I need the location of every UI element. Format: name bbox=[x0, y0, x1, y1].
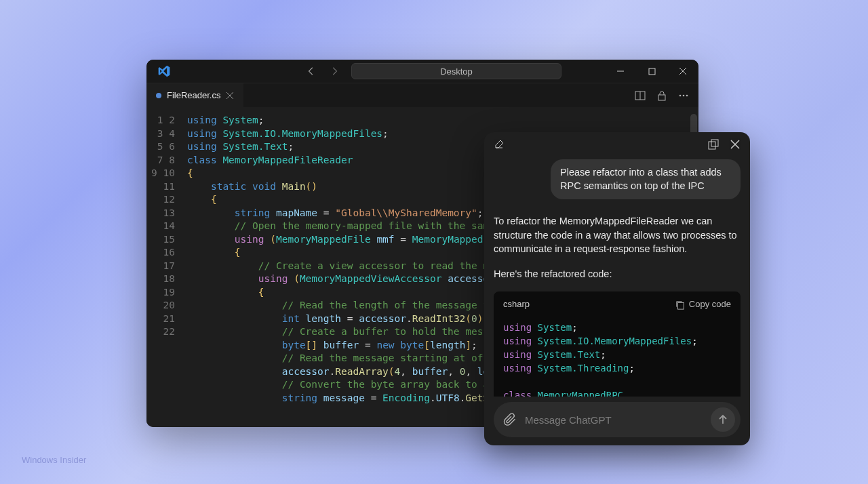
vscode-icon bbox=[157, 64, 171, 78]
svg-rect-7 bbox=[711, 140, 718, 146]
compose-icon[interactable] bbox=[494, 139, 505, 150]
window-close[interactable] bbox=[667, 60, 698, 83]
chat-input-bar bbox=[494, 402, 741, 437]
assistant-message: To refactor the MemoryMappedFileReader w… bbox=[494, 214, 741, 397]
svg-point-5 bbox=[686, 94, 688, 96]
nav-back-icon[interactable] bbox=[307, 66, 316, 76]
window-minimize[interactable] bbox=[605, 60, 636, 83]
code-block: csharp Copy code using System; using Sys… bbox=[494, 291, 741, 397]
assistant-paragraph: To refactor the MemoryMappedFileReader w… bbox=[494, 214, 741, 256]
file-type-icon bbox=[156, 93, 161, 98]
attachment-icon[interactable] bbox=[503, 413, 517, 426]
titlebar: Desktop bbox=[146, 60, 698, 83]
lock-icon[interactable] bbox=[656, 90, 667, 101]
tab-bar: FileReader.cs bbox=[146, 83, 698, 107]
titlebar-search[interactable]: Desktop bbox=[351, 63, 561, 79]
chat-body: Please refactor into a class that adds R… bbox=[484, 157, 750, 397]
chat-header bbox=[484, 132, 750, 157]
chat-input[interactable] bbox=[525, 414, 703, 426]
assistant-paragraph: Here's the refactored code: bbox=[494, 267, 741, 281]
tab-filereader[interactable]: FileReader.cs bbox=[146, 83, 243, 107]
svg-rect-2 bbox=[658, 95, 665, 100]
code-block-content: using System; using System.IO.MemoryMapp… bbox=[494, 318, 741, 397]
more-icon[interactable] bbox=[678, 90, 689, 101]
copy-code-button[interactable]: Copy code bbox=[675, 298, 731, 310]
tab-label: FileReader.cs bbox=[167, 90, 220, 100]
svg-rect-6 bbox=[709, 142, 715, 149]
code-language: csharp bbox=[503, 298, 530, 310]
copy-code-label: Copy code bbox=[689, 298, 731, 310]
tab-bar-actions bbox=[635, 83, 698, 107]
user-message: Please refactor into a class that adds R… bbox=[551, 159, 741, 199]
send-button[interactable] bbox=[711, 407, 735, 432]
svg-point-3 bbox=[679, 94, 682, 96]
svg-point-4 bbox=[683, 94, 685, 96]
chat-panel: Please refactor into a class that adds R… bbox=[484, 132, 750, 445]
split-editor-icon[interactable] bbox=[635, 90, 646, 101]
chat-close-icon[interactable] bbox=[730, 139, 741, 150]
window-maximize[interactable] bbox=[636, 60, 667, 83]
tab-close-icon[interactable] bbox=[226, 92, 234, 100]
watermark-text: Windows Insider bbox=[22, 455, 86, 465]
titlebar-search-text: Desktop bbox=[440, 66, 473, 77]
popout-icon[interactable] bbox=[708, 139, 719, 150]
nav-forward-icon[interactable] bbox=[330, 66, 339, 76]
line-gutter: 1 2 3 4 5 6 7 8 9 10 11 12 13 14 15 16 1… bbox=[146, 114, 187, 427]
svg-rect-0 bbox=[649, 68, 655, 75]
svg-rect-8 bbox=[677, 302, 684, 309]
